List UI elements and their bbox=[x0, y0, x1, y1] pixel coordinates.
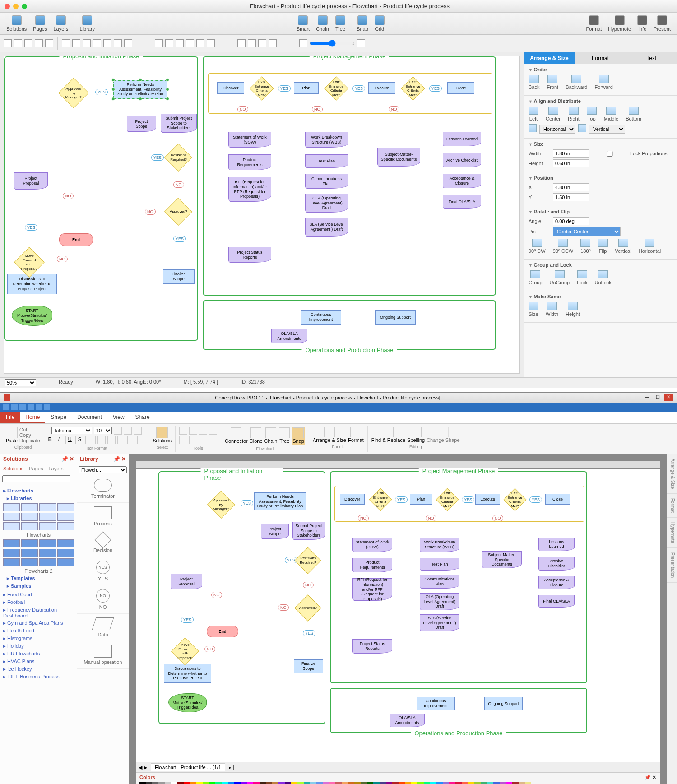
color-swatch[interactable] bbox=[260, 782, 266, 784]
rrect-tool[interactable] bbox=[35, 39, 43, 47]
w-ola[interactable]: OLA (Operating Level Agreement) Draft bbox=[420, 593, 459, 610]
same-size[interactable]: Size bbox=[529, 302, 538, 317]
shape-item[interactable]: Process bbox=[77, 503, 129, 530]
tree-item[interactable]: ▸ Gym and Spa Area Plans bbox=[3, 619, 74, 627]
qat-redo[interactable] bbox=[36, 404, 42, 410]
zoomout-tool[interactable] bbox=[248, 39, 256, 47]
clone-rib[interactable] bbox=[250, 427, 261, 438]
hypernote-button[interactable]: Hypernote bbox=[605, 14, 634, 32]
wbs-node[interactable]: Work Breakdown Structure (WBS) bbox=[305, 132, 348, 148]
ola-node[interactable]: OLA (Operating Level Agreement) Draft bbox=[305, 194, 348, 213]
w-acc[interactable]: Acceptance & Closure bbox=[538, 576, 575, 589]
bucket-tool[interactable] bbox=[114, 39, 122, 47]
color-swatch[interactable] bbox=[506, 782, 512, 784]
flip-h[interactable]: Horizontal bbox=[639, 239, 661, 254]
color-swatch[interactable] bbox=[354, 782, 361, 784]
color-swatch[interactable] bbox=[139, 782, 146, 784]
color-swatch[interactable] bbox=[323, 782, 329, 784]
align-r[interactable] bbox=[107, 436, 116, 444]
vtab-fmt[interactable]: Format bbox=[667, 494, 677, 518]
accept-node[interactable]: Acceptance & Closure bbox=[443, 174, 481, 188]
color-swatch[interactable] bbox=[146, 782, 152, 784]
conn-tool1[interactable] bbox=[155, 39, 163, 47]
doc-tab-nav[interactable]: ◀ ▶ bbox=[139, 765, 147, 770]
discuss-node[interactable]: Discussions to Determine whether to Prop… bbox=[7, 274, 57, 294]
w-rev[interactable]: Revisions Required? bbox=[294, 547, 321, 574]
color-swatch[interactable] bbox=[253, 782, 260, 784]
tree-item[interactable]: ▸ Histograms bbox=[3, 635, 74, 642]
align-top[interactable]: Top bbox=[587, 107, 597, 121]
psr-node[interactable]: Project Status Reports bbox=[228, 247, 271, 263]
tree-templates[interactable]: Templates bbox=[7, 575, 74, 582]
color-swatch[interactable] bbox=[335, 782, 342, 784]
zoomplus-icon[interactable] bbox=[357, 39, 365, 47]
ellipse-tool[interactable] bbox=[45, 39, 53, 47]
color-swatch[interactable] bbox=[152, 782, 158, 784]
lib1-label[interactable]: Flowcharts bbox=[3, 531, 74, 538]
align-right[interactable]: Right bbox=[568, 107, 580, 121]
tab-document[interactable]: Document bbox=[72, 412, 107, 423]
zoom-slider[interactable] bbox=[310, 40, 355, 47]
w-submit[interactable]: Submit Project Scope to Stakeholders bbox=[292, 522, 325, 540]
tree-item[interactable]: ▸ HR Flowcharts bbox=[3, 650, 74, 658]
lock-button[interactable]: Lock bbox=[577, 270, 587, 285]
color-swatch[interactable] bbox=[449, 782, 455, 784]
conn-tool4[interactable] bbox=[186, 39, 194, 47]
pages-button[interactable]: Pages bbox=[30, 14, 50, 32]
qat-save[interactable] bbox=[19, 404, 26, 410]
w-sme[interactable]: Subject-Matter-Specific Documents bbox=[482, 551, 522, 568]
eyedrop-tool[interactable] bbox=[93, 39, 101, 47]
lib-pin-icon[interactable]: 📌 ✕ bbox=[113, 456, 126, 462]
qat-new[interactable] bbox=[3, 404, 9, 410]
color-swatch[interactable] bbox=[500, 782, 506, 784]
color-swatch[interactable] bbox=[215, 782, 222, 784]
color-swatch[interactable] bbox=[209, 782, 215, 784]
canvas-mac[interactable]: Proposal and Initiation Phase START Moti… bbox=[4, 56, 520, 374]
tab-text[interactable]: Text bbox=[626, 52, 677, 64]
solutions-rib[interactable] bbox=[156, 427, 168, 438]
color-swatch[interactable] bbox=[316, 782, 323, 784]
lock-check[interactable] bbox=[592, 151, 628, 157]
color-swatch[interactable] bbox=[455, 782, 462, 784]
paste-button[interactable] bbox=[6, 427, 18, 438]
grid-button[interactable]: Grid bbox=[372, 14, 387, 32]
snap-rib[interactable] bbox=[293, 427, 304, 438]
w-sow[interactable]: Statement of Work (SOW) bbox=[352, 538, 392, 552]
tree-flowcharts[interactable]: Flowcharts bbox=[3, 487, 74, 495]
lib-select[interactable]: Flowch... bbox=[79, 466, 127, 473]
w-cont[interactable]: Continuous Improvement bbox=[417, 697, 455, 710]
info-button[interactable]: Info bbox=[635, 14, 650, 32]
height-input[interactable] bbox=[553, 159, 589, 167]
back-button[interactable]: Back bbox=[529, 75, 539, 90]
w-plan[interactable]: Plan bbox=[410, 494, 432, 505]
soltab-solutions[interactable]: Solutions bbox=[0, 464, 26, 473]
dist-h-select[interactable]: Horizontal bbox=[539, 125, 575, 134]
same-height[interactable]: Height bbox=[566, 302, 580, 317]
flip-button[interactable]: Flip bbox=[598, 239, 608, 254]
sel2[interactable] bbox=[189, 427, 197, 435]
lib2-label[interactable]: Flowcharts 2 bbox=[3, 567, 74, 575]
lessons-node[interactable]: Lessons Learned bbox=[443, 132, 481, 146]
color-swatch[interactable] bbox=[247, 782, 253, 784]
find-rib[interactable] bbox=[383, 427, 394, 437]
w-arch[interactable]: Archive Checklist bbox=[538, 557, 575, 571]
tree-item[interactable]: ▸ Frequency Distribution Dashboard bbox=[3, 606, 74, 619]
submit-node[interactable]: Submit Project Scope to Stakeholders bbox=[161, 114, 197, 133]
shape-item[interactable]: Data bbox=[77, 614, 129, 641]
color-swatch[interactable] bbox=[487, 782, 493, 784]
arc-tool[interactable] bbox=[72, 39, 80, 47]
max-button[interactable]: ☐ bbox=[653, 394, 662, 401]
w-rfi[interactable]: RFI (Request for Information) and/or RFP… bbox=[352, 578, 392, 601]
shape-item[interactable]: Manual operation bbox=[77, 641, 129, 669]
w-less[interactable]: Lessons Learned bbox=[538, 538, 575, 551]
appr-decision[interactable]: Approved? bbox=[164, 198, 192, 226]
connector-rib[interactable] bbox=[231, 427, 241, 438]
w-close[interactable]: Close bbox=[545, 494, 570, 505]
w-cplan[interactable]: Communications Plan bbox=[420, 575, 459, 589]
discover-node[interactable]: Discover bbox=[217, 82, 244, 94]
inc-font[interactable] bbox=[114, 427, 122, 435]
color-swatch[interactable] bbox=[171, 782, 177, 784]
conn-tool3[interactable] bbox=[176, 39, 184, 47]
close-node[interactable]: Close bbox=[447, 82, 474, 94]
scope-node[interactable]: Project Scope bbox=[127, 116, 156, 132]
